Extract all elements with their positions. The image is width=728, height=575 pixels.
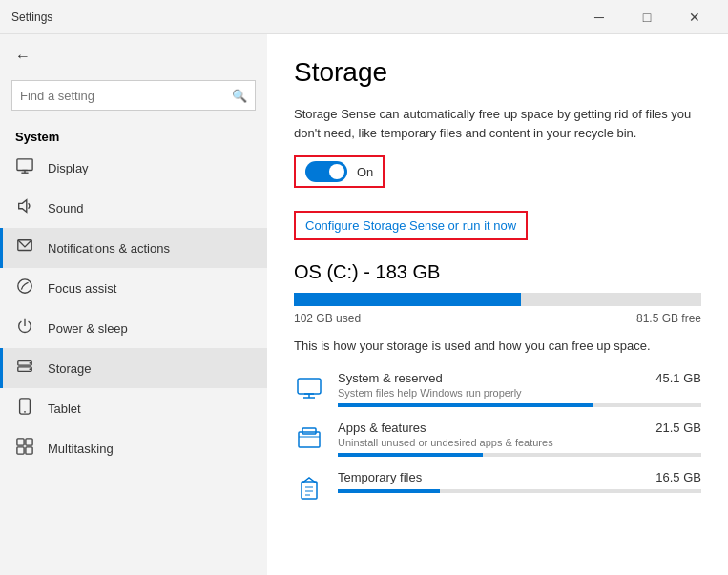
svg-rect-14 bbox=[26, 439, 32, 445]
system-item-info: System & reserved 45.1 GB System files h… bbox=[338, 371, 701, 407]
back-button[interactable]: ← bbox=[0, 34, 267, 74]
apps-item-top: Apps & features 21.5 GB bbox=[338, 421, 701, 435]
title-bar-title: Settings bbox=[11, 10, 52, 24]
svg-rect-13 bbox=[17, 439, 24, 445]
svg-rect-24 bbox=[302, 482, 317, 499]
sidebar-item-label-multitasking: Multitasking bbox=[48, 442, 114, 456]
apps-item-size: 21.5 GB bbox=[655, 421, 701, 435]
apps-item-info: Apps & features 21.5 GB Uninstall unused… bbox=[338, 421, 701, 457]
sidebar-item-label-display: Display bbox=[48, 161, 89, 175]
svg-point-6 bbox=[18, 279, 31, 293]
temp-item-name: Temporary files bbox=[338, 470, 422, 484]
focus-icon bbox=[15, 277, 34, 298]
search-input[interactable] bbox=[20, 89, 232, 103]
svg-point-12 bbox=[24, 411, 26, 413]
minimize-button[interactable]: ─ bbox=[577, 4, 621, 31]
svg-rect-16 bbox=[26, 447, 32, 454]
sidebar-item-focus[interactable]: Focus assist bbox=[0, 268, 267, 308]
sidebar-item-label-notifications: Notifications & actions bbox=[48, 241, 170, 256]
storage-bar-used bbox=[294, 293, 521, 306]
temp-item-size: 16.5 GB bbox=[655, 470, 701, 484]
sidebar-item-tablet[interactable]: Tablet bbox=[0, 388, 267, 428]
storage-item-temp[interactable]: Temporary files 16.5 GB bbox=[294, 470, 701, 503]
storage-sense-toggle-wrapper: On bbox=[294, 155, 385, 188]
sidebar-item-power[interactable]: Power & sleep bbox=[0, 308, 267, 348]
sidebar: ← 🔍 System Display Sound Notifications &… bbox=[0, 34, 267, 575]
apps-item-sub: Uninstall unused or undesired apps & fea… bbox=[338, 437, 701, 448]
sidebar-item-label-tablet: Tablet bbox=[48, 401, 81, 416]
sidebar-item-label-sound: Sound bbox=[48, 201, 84, 216]
app-body: ← 🔍 System Display Sound Notifications &… bbox=[0, 34, 728, 575]
apps-item-bar bbox=[338, 453, 701, 457]
system-item-name: System & reserved bbox=[338, 371, 443, 385]
sidebar-item-notifications[interactable]: Notifications & actions bbox=[0, 228, 267, 268]
temp-item-bar-fill bbox=[338, 489, 440, 493]
svg-rect-15 bbox=[17, 447, 24, 454]
svg-rect-0 bbox=[17, 159, 32, 171]
svg-rect-22 bbox=[302, 428, 316, 434]
sound-icon bbox=[15, 197, 34, 218]
sidebar-item-display[interactable]: Display bbox=[0, 148, 267, 188]
temp-icon bbox=[294, 472, 324, 503]
storage-bar-labels: 102 GB used 81.5 GB free bbox=[294, 312, 701, 325]
sidebar-section-title: System bbox=[0, 124, 267, 148]
svg-marker-4 bbox=[19, 200, 27, 213]
system-item-bar bbox=[338, 403, 701, 407]
apps-item-bar-fill bbox=[338, 453, 483, 457]
tablet-icon bbox=[15, 398, 34, 419]
toggle-on-label: On bbox=[357, 165, 373, 179]
system-item-bar-fill bbox=[338, 403, 593, 407]
temp-item-bar bbox=[338, 489, 701, 493]
storage-item-apps[interactable]: Apps & features 21.5 GB Uninstall unused… bbox=[294, 421, 701, 457]
storage-bar bbox=[294, 293, 701, 306]
sidebar-item-label-focus: Focus assist bbox=[48, 281, 116, 296]
sidebar-item-label-power: Power & sleep bbox=[48, 321, 128, 336]
sidebar-item-label-storage: Storage bbox=[48, 361, 92, 376]
display-icon bbox=[15, 157, 34, 178]
main-content: Storage Storage Sense can automatically … bbox=[267, 34, 728, 575]
svg-rect-17 bbox=[298, 379, 321, 394]
sidebar-item-storage[interactable]: Storage bbox=[0, 348, 267, 388]
sidebar-item-multitasking[interactable]: Multitasking bbox=[0, 428, 267, 468]
multitasking-icon bbox=[15, 438, 34, 459]
configure-link-wrapper: Configure Storage Sense or run it now bbox=[294, 211, 528, 240]
title-bar-controls: ─ □ ✕ bbox=[577, 4, 717, 31]
close-button[interactable]: ✕ bbox=[673, 4, 717, 31]
storage-free-label: 81.5 GB free bbox=[636, 312, 701, 325]
storage-sense-description: Storage Sense can automatically free up … bbox=[294, 105, 701, 142]
temp-item-info: Temporary files 16.5 GB bbox=[338, 470, 701, 493]
system-item-size: 45.1 GB bbox=[655, 371, 701, 385]
title-bar: Settings ─ □ ✕ bbox=[0, 0, 728, 34]
system-item-sub: System files help Windows run properly bbox=[338, 387, 701, 399]
storage-item-system[interactable]: System & reserved 45.1 GB System files h… bbox=[294, 371, 701, 407]
search-box[interactable]: 🔍 bbox=[11, 80, 256, 111]
storage-icon bbox=[15, 358, 34, 379]
system-item-top: System & reserved 45.1 GB bbox=[338, 371, 701, 385]
svg-point-9 bbox=[30, 362, 31, 364]
sidebar-item-sound[interactable]: Sound bbox=[0, 188, 267, 228]
search-icon: 🔍 bbox=[232, 89, 247, 103]
title-bar-left: Settings bbox=[11, 10, 52, 24]
back-arrow-icon: ← bbox=[15, 48, 31, 65]
apps-icon bbox=[294, 422, 324, 453]
svg-point-10 bbox=[30, 368, 31, 370]
configure-storage-link[interactable]: Configure Storage Sense or run it now bbox=[296, 213, 526, 238]
page-title: Storage bbox=[294, 57, 701, 88]
storage-description: This is how your storage is used and how… bbox=[294, 337, 701, 356]
os-drive-title: OS (C:) - 183 GB bbox=[294, 261, 701, 283]
power-icon bbox=[15, 318, 34, 339]
apps-item-name: Apps & features bbox=[338, 421, 426, 435]
storage-sense-toggle[interactable] bbox=[305, 161, 347, 182]
system-icon bbox=[294, 373, 324, 403]
storage-used-label: 102 GB used bbox=[294, 312, 361, 325]
temp-item-top: Temporary files 16.5 GB bbox=[338, 470, 701, 484]
notifications-icon bbox=[15, 237, 34, 258]
maximize-button[interactable]: □ bbox=[625, 4, 669, 31]
